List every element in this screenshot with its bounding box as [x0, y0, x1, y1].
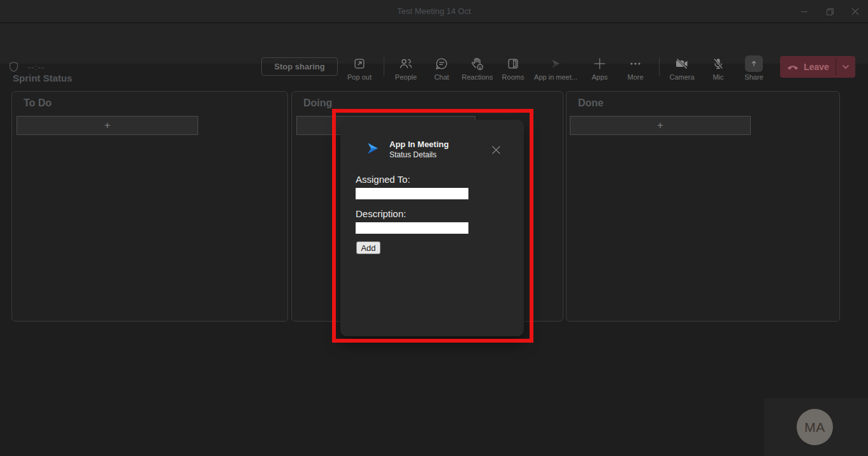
restore-icon: [826, 8, 834, 16]
toolbar-item-apps[interactable]: Apps: [582, 55, 618, 82]
share-label: Share: [736, 73, 772, 81]
window-title: Test Meeting 14 Oct: [0, 6, 868, 16]
leave-label: Leave: [804, 62, 829, 72]
dialog-close-button[interactable]: [488, 142, 503, 157]
app-in-meeting-label: App in meet...: [532, 73, 580, 81]
column-title-doing: Doing: [303, 97, 332, 109]
toolbar-item-app-in-meeting[interactable]: App in meet...: [532, 55, 580, 82]
dialog-subtitle: Status Details: [389, 150, 437, 159]
close-window-button[interactable]: [843, 0, 868, 23]
reactions-label: Reactions: [459, 73, 495, 81]
apps-label: Apps: [582, 73, 618, 81]
minimize-icon: [800, 8, 808, 15]
chat-icon: [424, 55, 459, 71]
more-label: More: [618, 73, 653, 81]
toolbar-item-chat[interactable]: Chat: [424, 55, 459, 82]
description-input[interactable]: [356, 222, 468, 234]
kanban-column-done: Done +: [566, 91, 840, 322]
leave-options-button[interactable]: [836, 56, 855, 78]
toolbar-separator: [384, 57, 384, 76]
app-in-meeting-logo-icon: [365, 141, 380, 156]
stop-sharing-button[interactable]: Stop sharing: [261, 57, 338, 76]
toolbar-item-people[interactable]: People: [388, 55, 424, 82]
camera-label: Camera: [664, 73, 700, 81]
avatar: MA: [797, 409, 833, 445]
rooms-label: Rooms: [495, 73, 531, 81]
people-label: People: [388, 73, 424, 81]
chat-label: Chat: [424, 73, 459, 81]
toolbar-item-camera[interactable]: Camera: [664, 55, 700, 82]
apps-plus-icon: [582, 55, 618, 71]
column-title-todo: To Do: [24, 97, 52, 109]
rooms-icon: [495, 55, 531, 71]
add-card-button-todo[interactable]: +: [17, 116, 198, 135]
people-icon: [388, 55, 424, 71]
meeting-timer: --:--: [28, 62, 45, 72]
description-label: Description:: [356, 208, 406, 219]
minimize-button[interactable]: [792, 0, 817, 23]
toolbar-item-rooms[interactable]: Rooms: [495, 55, 531, 82]
title-bar: Test Meeting 14 Oct: [0, 0, 868, 23]
reactions-icon: [459, 55, 495, 71]
assigned-to-label: Assigned To:: [356, 174, 410, 185]
pop-out-label: Pop out: [342, 73, 377, 81]
kanban-column-todo: To Do +: [11, 91, 288, 322]
more-ellipsis-icon: [618, 55, 653, 71]
assigned-to-input[interactable]: [356, 188, 468, 199]
close-window-icon: [851, 8, 859, 15]
restore-button[interactable]: [817, 0, 843, 23]
mic-label: Mic: [700, 73, 736, 81]
page-title: Sprint Status: [13, 73, 72, 83]
window-controls: [792, 0, 868, 23]
toolbar-item-share[interactable]: Share: [736, 55, 772, 82]
column-title-done: Done: [578, 97, 604, 109]
toolbar-item-reactions[interactable]: Reactions: [459, 55, 495, 82]
toolbar-item-more[interactable]: More: [618, 55, 653, 82]
toolbar-separator: [659, 57, 660, 76]
dialog-app-name: App In Meeting: [389, 139, 449, 149]
mic-off-icon: [700, 55, 736, 71]
status-details-dialog: App In Meeting Status Details Assigned T…: [340, 120, 524, 336]
avatar-initials: MA: [804, 420, 825, 435]
participant-video-tile: MA: [764, 398, 868, 456]
camera-off-icon: [664, 55, 700, 71]
add-card-button-done[interactable]: +: [570, 116, 751, 135]
app-in-meeting-icon: [532, 55, 580, 71]
add-button[interactable]: Add: [356, 241, 380, 254]
pop-out-icon: [342, 55, 377, 71]
toolbar-item-pop-out[interactable]: Pop out: [342, 55, 377, 82]
security-shield-icon: [8, 60, 20, 74]
share-up-arrow-icon: [736, 55, 772, 71]
chevron-down-icon: [842, 64, 850, 69]
phone-hangup-icon: [786, 63, 799, 71]
toolbar-item-mic[interactable]: Mic: [700, 55, 736, 82]
close-icon: [491, 145, 502, 155]
leave-button[interactable]: Leave: [780, 56, 855, 78]
meeting-toolbar: --:-- Stop sharing Pop out People: [0, 24, 868, 64]
